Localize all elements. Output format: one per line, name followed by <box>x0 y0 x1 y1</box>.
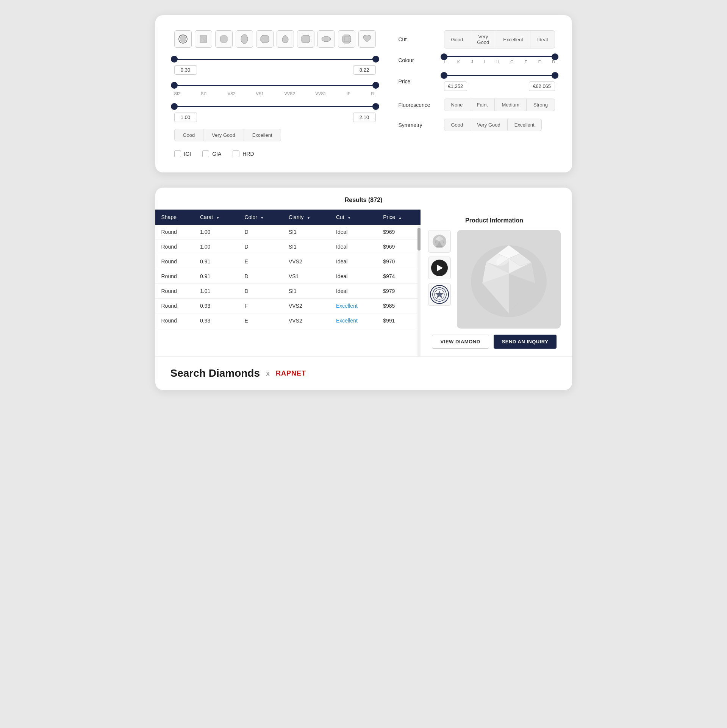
cell-carat: 0.91 <box>194 254 239 269</box>
clarity-label-vs2: VS2 <box>228 91 236 96</box>
cell-price: $970 <box>377 254 420 269</box>
depth-thumb-right[interactable] <box>372 103 379 110</box>
clarity-thumb-right[interactable] <box>372 82 379 89</box>
cut-excellent-btn[interactable]: Excellent <box>496 30 530 49</box>
table-row[interactable]: Round 1.00 D SI1 Ideal $969 <box>155 225 421 240</box>
shape-cushion[interactable] <box>215 30 233 48</box>
price-max-value[interactable]: €62,065 <box>529 81 555 91</box>
thumb-diamond-image[interactable] <box>428 230 451 253</box>
polish-excellent-btn[interactable]: Excellent <box>244 129 281 141</box>
hrd-checkbox[interactable] <box>233 150 239 157</box>
lab-gia[interactable]: GIA <box>202 150 221 157</box>
play-icon[interactable] <box>431 260 448 276</box>
col-carat[interactable]: Carat ▼ <box>194 210 239 225</box>
price-label: Price <box>399 78 436 85</box>
colour-thumb-right[interactable] <box>552 53 558 60</box>
table-row[interactable]: Round 0.91 E VVS2 Ideal $970 <box>155 254 421 269</box>
shape-asscher[interactable] <box>338 30 355 48</box>
fluor-medium-btn[interactable]: Medium <box>495 99 526 111</box>
shape-round[interactable] <box>174 30 192 48</box>
svg-marker-12 <box>342 35 351 43</box>
cut-verygood-btn[interactable]: Very Good <box>470 30 496 49</box>
sym-excellent-btn[interactable]: Excellent <box>508 119 542 131</box>
thumb-video[interactable] <box>428 257 451 279</box>
shape-princess[interactable] <box>195 30 212 48</box>
send-inquiry-btn[interactable]: SEND AN INQUIRY <box>494 335 557 349</box>
cut-good-btn[interactable]: Good <box>444 30 471 49</box>
col-cut[interactable]: Cut ▼ <box>330 210 377 225</box>
shape-heart[interactable] <box>358 30 376 48</box>
clarity-label-fl: FL <box>371 91 376 96</box>
carat-max-value[interactable]: 8.22 <box>353 65 376 75</box>
svg-marker-9 <box>261 35 269 43</box>
polish-good-btn[interactable]: Good <box>174 129 204 141</box>
product-info-section: Product Information <box>421 210 572 356</box>
price-min-value[interactable]: €1,252 <box>444 81 467 91</box>
shape-radiant[interactable] <box>256 30 274 48</box>
cell-clarity: SI1 <box>283 284 330 299</box>
cell-cut: Ideal <box>330 225 377 240</box>
shape-row <box>174 30 376 48</box>
depth-thumb-left[interactable] <box>171 103 178 110</box>
shape-marquise[interactable] <box>317 30 335 48</box>
cut-ideal-btn[interactable]: Ideal <box>530 30 555 49</box>
fluorescence-filter-row: Fluorescence None Faint Medium Strong <box>399 99 555 111</box>
cell-shape: Round <box>155 240 194 254</box>
col-color[interactable]: Color ▼ <box>238 210 282 225</box>
carat-thumb-left[interactable] <box>171 56 178 63</box>
gia-checkbox[interactable] <box>202 150 209 157</box>
col-price[interactable]: Price ▲ <box>377 210 420 225</box>
view-diamond-btn[interactable]: VIEW DIAMOND <box>432 335 489 349</box>
cell-shape: Round <box>155 254 194 269</box>
footer-title: Search Diamonds <box>170 367 260 379</box>
table-row[interactable]: Round 0.91 D VS1 Ideal $974 <box>155 269 421 284</box>
price-thumb-right[interactable] <box>552 72 558 79</box>
col-clarity[interactable]: Clarity ▼ <box>283 210 330 225</box>
cut-label: Cut <box>399 36 436 42</box>
clarity-label-vvs1: VVS1 <box>316 91 326 96</box>
fluor-none-btn[interactable]: None <box>444 99 470 111</box>
carat-min-value[interactable]: 0.30 <box>174 65 197 75</box>
table-row[interactable]: Round 1.00 D SI1 Ideal $969 <box>155 240 421 254</box>
colour-thumb-left[interactable] <box>441 53 447 60</box>
shape-emerald[interactable] <box>297 30 314 48</box>
fluor-faint-btn[interactable]: Faint <box>470 99 495 111</box>
product-thumbnails <box>428 230 451 329</box>
colour-g: G <box>510 59 514 64</box>
depth-min-value[interactable]: 1.00 <box>174 113 197 122</box>
shape-pear[interactable] <box>277 30 294 48</box>
table-row[interactable]: Round 0.93 F VVS2 Excellent $985 <box>155 299 421 313</box>
table-row[interactable]: Round 1.01 D SI1 Ideal $979 <box>155 284 421 299</box>
sym-verygood-btn[interactable]: Very Good <box>470 119 507 131</box>
rapnet-logo: RAPNET <box>276 369 306 377</box>
cell-shape: Round <box>155 284 194 299</box>
polish-verygood-btn[interactable]: Very Good <box>203 129 244 141</box>
clarity-thumb-left[interactable] <box>171 82 178 89</box>
depth-max-value[interactable]: 2.10 <box>353 113 376 122</box>
carat-slider-section: 0.30 8.22 <box>174 55 376 75</box>
cell-price: $985 <box>377 299 420 313</box>
cell-carat: 1.01 <box>194 284 239 299</box>
cell-shape: Round <box>155 269 194 284</box>
cell-color: D <box>238 269 282 284</box>
clarity-label-if: IF <box>347 91 350 96</box>
igi-checkbox[interactable] <box>174 150 181 157</box>
table-row[interactable]: Round 0.93 E VVS2 Excellent $991 <box>155 313 421 328</box>
color-sort-icon: ▼ <box>260 216 264 220</box>
clarity-label-vvs2: VVS2 <box>284 91 295 96</box>
carat-thumb-right[interactable] <box>372 56 379 63</box>
sym-good-btn[interactable]: Good <box>444 119 471 131</box>
col-shape[interactable]: Shape <box>155 210 194 225</box>
shape-oval[interactable] <box>236 30 253 48</box>
carat-sort-icon: ▼ <box>216 216 220 220</box>
thumb-certificate[interactable] <box>428 283 451 306</box>
price-thumb-left[interactable] <box>441 72 447 79</box>
colour-slider-container: L K J I H G F E D <box>444 56 555 64</box>
table-scrollbar[interactable] <box>417 226 421 356</box>
lab-hrd[interactable]: HRD <box>233 150 254 157</box>
cell-clarity: VVS2 <box>283 313 330 328</box>
fluor-strong-btn[interactable]: Strong <box>527 99 555 111</box>
scroll-thumb[interactable] <box>417 228 421 250</box>
lab-igi[interactable]: IGI <box>174 150 191 157</box>
colour-i: I <box>484 59 485 64</box>
